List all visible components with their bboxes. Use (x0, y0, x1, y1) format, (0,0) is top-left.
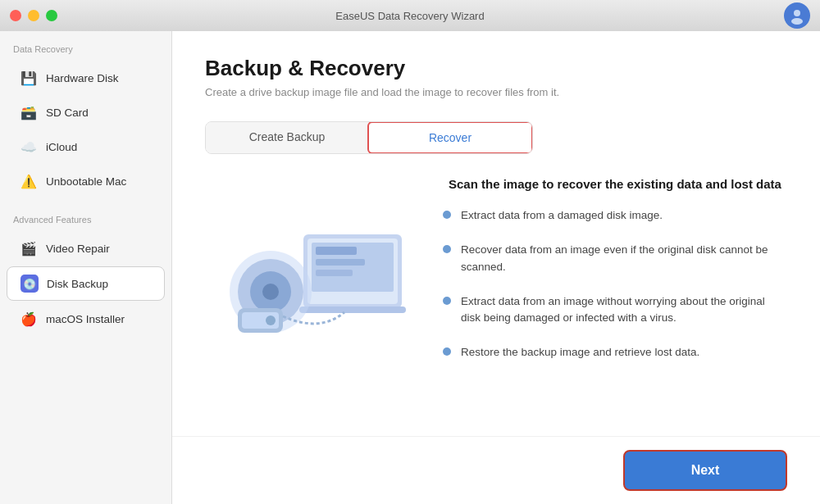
window-title: EaseUS Data Recovery Wizard (335, 10, 484, 22)
feature-dot-4 (443, 347, 451, 356)
sidebar: Data Recovery 💾 Hardware Disk 🗃️ SD Card… (0, 31, 172, 504)
sidebar-item-macos-installer[interactable]: 🍎 macOS Installer (7, 302, 165, 335)
svg-point-15 (266, 316, 276, 325)
page-subtitle: Create a drive backup image file and loa… (205, 86, 787, 98)
unbootable-mac-icon: ⚠️ (20, 172, 38, 190)
sidebar-item-unbootable-mac-label: Unbootable Mac (46, 175, 126, 188)
macos-installer-icon: 🍎 (20, 310, 38, 328)
user-avatar[interactable] (784, 2, 810, 29)
tab-bar: Create Backup Recover (205, 121, 533, 154)
maximize-button[interactable] (46, 10, 57, 21)
svg-point-1 (791, 18, 803, 25)
sidebar-item-sd-card-label: SD Card (46, 107, 89, 119)
sidebar-item-hardware-disk-label: Hardware Disk (46, 72, 119, 84)
page-title: Backup & Recovery (205, 56, 787, 81)
svg-point-12 (262, 284, 279, 300)
advanced-features-section-label: Advanced Features (0, 215, 171, 231)
svg-rect-6 (316, 259, 365, 266)
close-button[interactable] (10, 10, 21, 21)
disk-backup-icon: 💿 (20, 275, 39, 293)
window-controls[interactable] (10, 10, 57, 21)
feature-text-2: Recover data from an image even if the o… (461, 242, 787, 275)
feature-text-4: Restore the backup image and retrieve lo… (461, 344, 699, 361)
sidebar-item-disk-backup-label: Disk Backup (47, 278, 108, 290)
content-area: Scan the image to recover the existing d… (205, 177, 787, 411)
app-body: Data Recovery 💾 Hardware Disk 🗃️ SD Card… (0, 31, 820, 504)
titlebar: EaseUS Data Recovery Wizard (0, 0, 820, 31)
features-title: Scan the image to recover the existing d… (443, 177, 787, 191)
feature-dot-3 (443, 297, 451, 305)
data-recovery-section-label: Data Recovery (0, 44, 171, 61)
bottom-bar: Next (172, 436, 820, 504)
hardware-disk-icon: 💾 (20, 69, 38, 87)
feature-item-2: Recover data from an image even if the o… (443, 242, 787, 275)
feature-text-1: Extract data from a damaged disk image. (461, 207, 663, 224)
tab-recover[interactable]: Recover (367, 121, 533, 154)
svg-point-0 (794, 10, 800, 16)
sidebar-item-sd-card[interactable]: 🗃️ SD Card (7, 96, 165, 129)
feature-item-3: Extract data from an image without worry… (443, 293, 787, 327)
main-content: Backup & Recovery Create a drive backup … (172, 31, 820, 436)
illustration-area (205, 177, 418, 357)
sidebar-item-icloud[interactable]: ☁️ iCloud (7, 130, 165, 163)
feature-text-3: Extract data from an image without worry… (461, 293, 787, 327)
svg-rect-5 (316, 247, 357, 255)
sidebar-item-video-repair[interactable]: 🎬 Video Repair (7, 232, 165, 265)
illustration-svg (213, 185, 410, 349)
minimize-button[interactable] (28, 10, 39, 21)
video-repair-icon: 🎬 (20, 239, 38, 257)
tab-create-backup[interactable]: Create Backup (206, 122, 368, 153)
sd-card-icon: 🗃️ (20, 103, 38, 121)
icloud-icon: ☁️ (20, 138, 38, 156)
feature-item-4: Restore the backup image and retrieve lo… (443, 344, 787, 361)
sidebar-item-video-repair-label: Video Repair (46, 243, 110, 255)
svg-rect-7 (316, 270, 353, 276)
feature-dot-1 (443, 211, 451, 219)
sidebar-item-macos-installer-label: macOS Installer (46, 313, 125, 325)
svg-rect-8 (299, 306, 406, 313)
sidebar-item-icloud-label: iCloud (46, 141, 77, 153)
feature-dot-2 (443, 245, 451, 253)
feature-item-1: Extract data from a damaged disk image. (443, 207, 787, 224)
sidebar-item-disk-backup[interactable]: 💿 Disk Backup (7, 266, 165, 301)
sidebar-item-hardware-disk[interactable]: 💾 Hardware Disk (7, 61, 165, 94)
features-area: Scan the image to recover the existing d… (443, 177, 787, 379)
sidebar-item-unbootable-mac[interactable]: ⚠️ Unbootable Mac (7, 165, 165, 198)
next-button[interactable]: Next (623, 450, 787, 491)
